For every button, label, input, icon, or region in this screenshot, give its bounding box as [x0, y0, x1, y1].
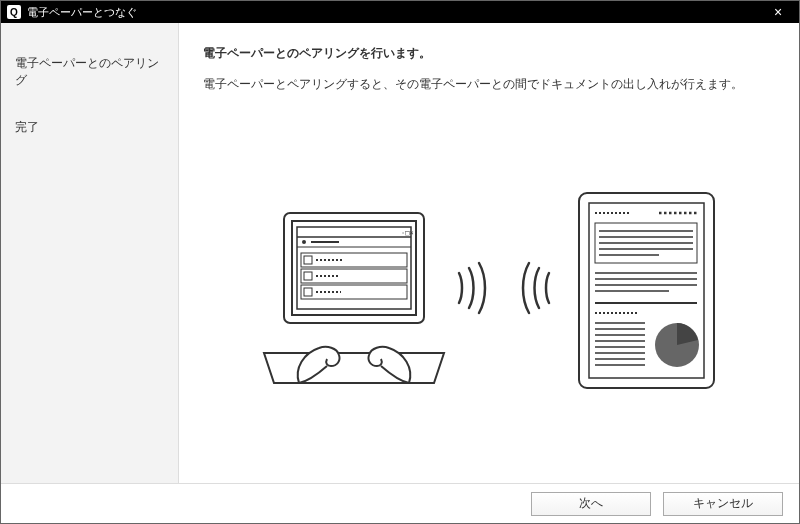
illustration-container: -□×: [203, 103, 775, 483]
page-heading: 電子ペーパーとのペアリングを行います。: [203, 45, 775, 62]
cancel-button[interactable]: キャンセル: [663, 492, 783, 516]
svg-rect-2: [297, 227, 411, 309]
next-button-label: 次へ: [579, 495, 603, 512]
page-description: 電子ペーパーとペアリングすると、その電子ペーパーとの間でドキュメントの出し入れが…: [203, 76, 775, 93]
dialog-body: 電子ペーパーとのペアリング 完了 電子ペーパーとのペアリングを行います。 電子ペ…: [1, 23, 799, 483]
svg-point-6: [302, 240, 306, 244]
sidebar-item-label: 完了: [15, 120, 39, 134]
wizard-steps-sidebar: 電子ペーパーとのペアリング 完了: [1, 23, 179, 483]
dialog-footer: 次へ キャンセル: [1, 483, 799, 523]
pairing-illustration: -□×: [259, 183, 719, 403]
next-button[interactable]: 次へ: [531, 492, 651, 516]
close-button[interactable]: ×: [763, 4, 793, 20]
window-title: 電子ペーパーとつなぐ: [27, 5, 763, 20]
dialog-window: Q 電子ペーパーとつなぐ × 電子ペーパーとのペアリング 完了 電子ペーパーとの…: [0, 0, 800, 524]
svg-text:-□×: -□×: [401, 229, 414, 237]
main-panel: 電子ペーパーとのペアリングを行います。 電子ペーパーとペアリングすると、その電子…: [179, 23, 799, 483]
sidebar-item-pairing[interactable]: 電子ペーパーとのペアリング: [1, 47, 178, 97]
app-icon: Q: [7, 5, 21, 19]
cancel-button-label: キャンセル: [693, 495, 753, 512]
sidebar-item-done[interactable]: 完了: [1, 111, 178, 144]
titlebar: Q 電子ペーパーとつなぐ ×: [1, 1, 799, 23]
sidebar-item-label: 電子ペーパーとのペアリング: [15, 56, 159, 87]
